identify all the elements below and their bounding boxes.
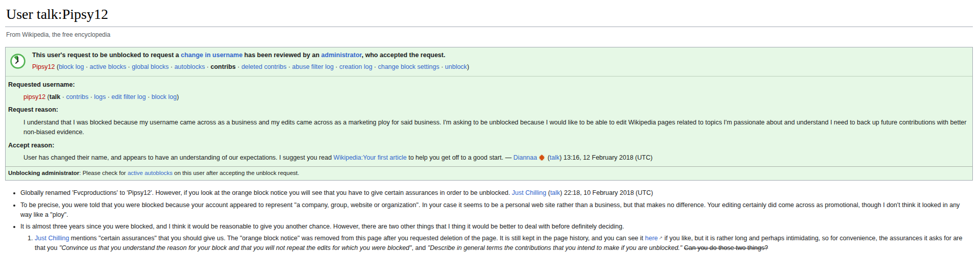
pipsy12-link[interactable]: Pipsy12 — [32, 63, 55, 70]
talk-comment: To be precise, you were told that you we… — [20, 200, 973, 220]
text-segment: It is almost three years since you were … — [20, 223, 624, 230]
text-segment: ) — [177, 93, 179, 100]
text-segment: · — [372, 63, 378, 70]
text-segment: , and — [411, 244, 427, 251]
text-segment: "Describe in general terms the contribut… — [428, 244, 682, 251]
administrator-link[interactable]: administrator — [321, 52, 361, 59]
talk-numbered-list: Just Chilling mentions "certain assuranc… — [20, 234, 973, 253]
text-segment: · — [334, 63, 339, 70]
request-reason-section: Request reason: I understand that I was … — [8, 105, 970, 137]
site-subtitle: From Wikipedia, the free encyclopedia — [6, 30, 973, 40]
talk-comment: It is almost three years since you were … — [20, 222, 973, 253]
global-blocks-link[interactable]: global blocks — [132, 63, 168, 70]
text-segment: Globally renamed 'Fvcproductions' to 'Pi… — [20, 189, 512, 196]
active-autoblocks-link[interactable]: active autoblocks — [128, 170, 173, 176]
text-segment: · — [439, 63, 445, 70]
talk-link[interactable]: talk — [550, 189, 560, 196]
text-segment: has been reviewed by an — [242, 52, 321, 59]
text-segment: ( — [45, 93, 50, 100]
talk-thread-list: Globally renamed 'Fvcproductions' to 'Pi… — [5, 188, 973, 253]
text-segment: · — [236, 63, 241, 70]
section-label: Request reason: — [8, 105, 970, 115]
text-segment: to help you get off to a good start. — — [407, 154, 513, 161]
text-segment: ) 22:18, 10 February 2018 (UTC) — [560, 189, 653, 196]
text-segment: I understand that I was blocked because … — [23, 119, 966, 136]
text-segment: · — [169, 63, 175, 70]
page-title: User talk:Pipsy12 — [5, 1, 973, 27]
diannaa-link[interactable]: Diannaa — [513, 154, 537, 161]
contribs-link[interactable]: contribs — [66, 93, 88, 100]
talk-numbered-item: Just Chilling mentions "certain assuranc… — [35, 234, 973, 253]
text-segment: · — [106, 93, 111, 100]
block-log-link[interactable]: block log — [59, 63, 84, 70]
text-segment: This user's request to be unblocked to r… — [32, 52, 181, 59]
text-segment: "Convince us that you understand the rea… — [59, 244, 412, 251]
unblock-notice-header: This user's request to be unblocked to r… — [6, 47, 972, 77]
text-segment: ( — [546, 154, 550, 161]
text-segment: · — [84, 63, 89, 70]
text-segment: ( — [55, 63, 59, 70]
text-segment: contribs — [211, 63, 236, 70]
text-segment: on this user after accepting the unblock… — [173, 170, 299, 176]
text-segment: · — [126, 63, 132, 70]
text-segment: · — [146, 93, 152, 100]
unblock-header-lines: This user's request to be unblocked to r… — [32, 50, 968, 72]
text-segment: : Please check for — [79, 170, 128, 176]
text-segment: , who accepted the request. — [362, 52, 446, 59]
accept-reason-value: User has changed their name, and appears… — [23, 153, 970, 163]
text-segment: talk — [50, 93, 61, 100]
text-segment: ) — [467, 63, 469, 70]
text-segment: mentions "certain assurances" that you s… — [69, 235, 645, 242]
accept-reason-section: Accept reason: User has changed their na… — [8, 141, 970, 163]
talk-link[interactable]: talk — [550, 154, 559, 161]
block-log-link[interactable]: block log — [152, 93, 177, 100]
creation-log-link[interactable]: creation log — [339, 63, 373, 70]
just-chilling-link[interactable]: Just Chilling — [35, 235, 69, 242]
change-block-settings-link[interactable]: change block settings — [378, 63, 439, 70]
wikipedia-your-first-article-link[interactable]: Wikipedia:Your first article — [333, 154, 406, 161]
unblock-link[interactable]: unblock — [445, 63, 467, 70]
text-segment: · — [286, 63, 292, 70]
change-in-username-link[interactable]: change in username — [181, 52, 242, 59]
text-segment: · — [205, 63, 210, 70]
section-label: Requested username: — [8, 80, 970, 90]
section-label: Accept reason: — [8, 141, 970, 150]
article-page: User talk:Pipsy12 From Wikipedia, the fr… — [0, 0, 980, 253]
text-segment: · — [60, 93, 66, 100]
abuse-filter-log-link[interactable]: abuse filter log — [292, 63, 333, 70]
maple-leaf-icon — [538, 154, 545, 161]
autoblocks-link[interactable]: autoblocks — [175, 63, 205, 70]
edit-filter-log-link[interactable]: edit filter log — [111, 93, 145, 100]
text-segment: To be precise, you were told that you we… — [20, 201, 960, 218]
unblock-notice-box: This user's request to be unblocked to r… — [5, 47, 973, 181]
talk-comment-text: It is almost three years since you were … — [20, 223, 624, 230]
text-segment: ( — [546, 189, 550, 196]
text-segment: ) 13:16, 12 February 2018 (UTC) — [559, 154, 652, 161]
logs-link[interactable]: logs — [94, 93, 106, 100]
text-segment: Can you do those two things? — [684, 244, 768, 251]
just-chilling-link[interactable]: Just Chilling — [512, 189, 546, 196]
unblocking-administrator-note: Unblocking administrator: Please check f… — [6, 166, 972, 180]
pipsy12-link[interactable]: pipsy12 — [23, 93, 45, 100]
unblock-notice-body: Requested username: pipsy12 (talk · cont… — [6, 77, 972, 167]
deleted-contribs-link[interactable]: deleted contribs — [241, 63, 286, 70]
here-link[interactable]: here↗ — [645, 235, 663, 242]
requested-username-value: pipsy12 (talk · contribs · logs · edit f… — [23, 92, 970, 102]
text-segment: · — [88, 93, 94, 100]
active-blocks-link[interactable]: active blocks — [90, 63, 127, 70]
requested-username-section: Requested username: pipsy12 (talk · cont… — [8, 80, 970, 103]
talk-comment: Globally renamed 'Fvcproductions' to 'Pi… — [20, 188, 973, 198]
blocked-user-links-row: Pipsy12 (block log · active blocks · glo… — [32, 62, 968, 72]
request-reason-value: I understand that I was blocked because … — [23, 118, 970, 138]
text-segment: Unblocking administrator — [8, 170, 79, 176]
unblock-reviewed-statement: This user's request to be unblocked to r… — [32, 50, 968, 60]
text-segment: User has changed their name, and appears… — [23, 154, 333, 161]
green-clock-icon — [10, 53, 26, 69]
